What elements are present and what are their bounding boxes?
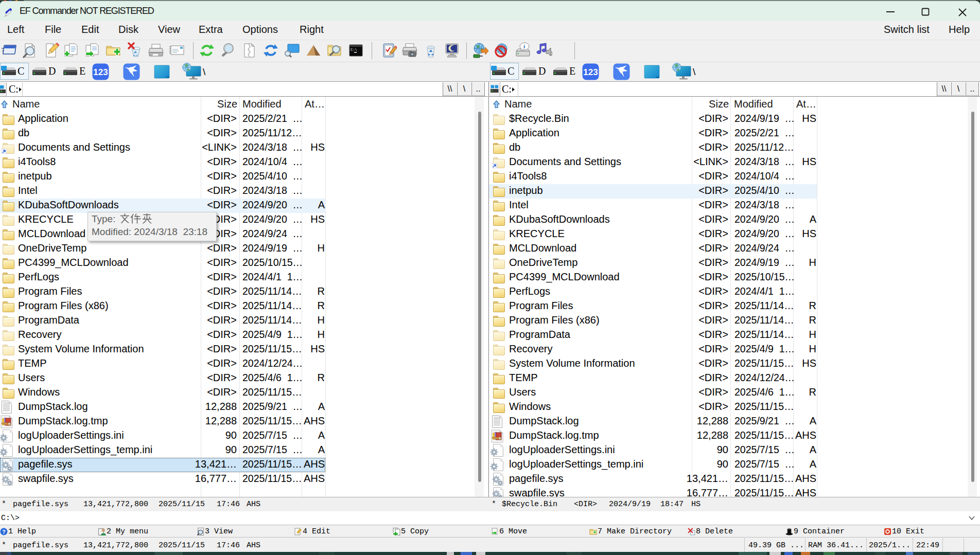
svg-text:?: ? (2, 529, 6, 535)
svg-text:123: 123 (583, 67, 598, 77)
svg-text:C:\: C:\ (351, 48, 357, 52)
svg-text:123: 123 (93, 67, 108, 77)
svg-text:i: i (523, 43, 525, 49)
